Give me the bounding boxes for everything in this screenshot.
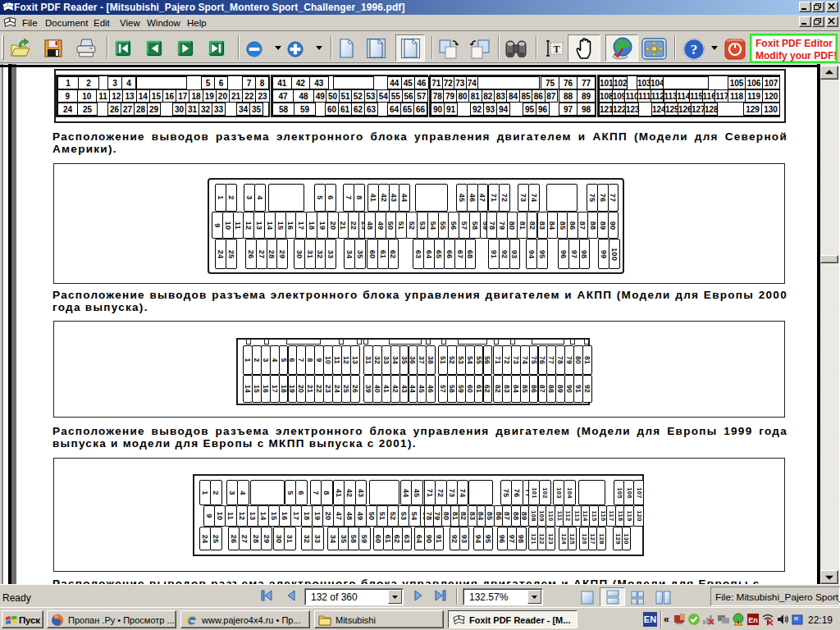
svg-text:?: ? [691, 42, 698, 57]
svg-text:En: En [748, 616, 758, 624]
svg-text:T: T [553, 43, 559, 55]
